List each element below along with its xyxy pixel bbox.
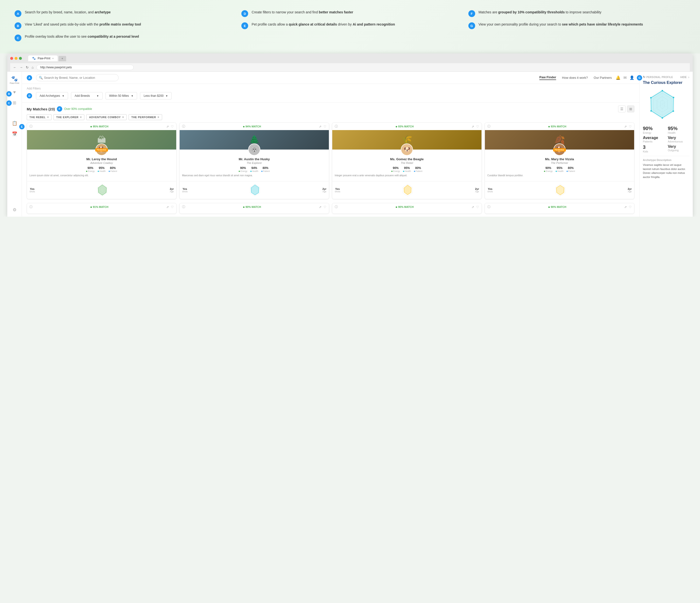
bottom-cards-grid: ⓘ 91% MATCH ⇗ ♡ ⓘ 90% MATCH ⇗ (22, 202, 639, 217)
share-icon-austin[interactable]: ⇗ (319, 125, 322, 128)
filter-distance[interactable]: Within 50 Miles ▼ (105, 92, 137, 99)
feature-item-g: G View your own personality profile duri… (468, 22, 685, 29)
heart-icon-b3[interactable]: ♡ (476, 205, 479, 209)
badge-e-features: E (241, 22, 248, 29)
stat-energy-val-mary: 90% (544, 166, 553, 170)
expand-icon[interactable]: › (688, 75, 689, 79)
hide-button[interactable]: HIDE (680, 76, 686, 78)
tag-explorer[interactable]: THE EXPLORER × (53, 114, 84, 120)
tag-adventure-cowboy-label: ADVENTURE COWBOY (89, 116, 121, 119)
card-image-mary: 🍂 🐕 PENDING (485, 130, 634, 149)
account-icon[interactable]: 👤 (629, 75, 634, 80)
info-icon-austin[interactable]: ⓘ (182, 124, 185, 129)
badge-d-filter: D (27, 93, 32, 98)
shots-val-mary: Yes (487, 188, 493, 190)
inactive-tab[interactable]: + (58, 56, 66, 61)
heart-icon-austin[interactable]: ♡ (324, 125, 326, 128)
notification-icon[interactable]: 🔔 (616, 75, 621, 80)
info-icon-gomez[interactable]: ⓘ (335, 124, 338, 129)
bottom-card-3-header: ⓘ 90% MATCH ⇗ ♡ (332, 203, 481, 211)
info-icon-bottom2[interactable]: ⓘ (182, 205, 185, 209)
filter-archetypes[interactable]: Add Archetypes ▼ (36, 92, 68, 99)
settings-icon[interactable]: ⚙ (12, 207, 18, 213)
card-leroy[interactable]: ⓘ 95% MATCH ⇗ ♡ 🏔 🐕 PENDING Mr. Leroy th (27, 123, 176, 199)
heart-icon-b4[interactable]: ♡ (629, 205, 632, 209)
match-mary: 93% MATCH (548, 125, 566, 128)
cards-grid: E ⓘ 95% MATCH ⇗ ♡ 🏔 🐕 PENDING (22, 123, 639, 202)
stat-health-gomez: 95% Health (403, 166, 411, 172)
nav-paw-finder[interactable]: Paw Finder (539, 75, 556, 80)
heart-icon-leroy[interactable]: ♡ (171, 125, 174, 128)
nav-partners[interactable]: Our Partners (594, 76, 612, 79)
share-icon-b4[interactable]: ⇗ (624, 205, 627, 209)
info-icon-bottom3[interactable]: ⓘ (335, 205, 338, 209)
heart-icon-gomez[interactable]: ♡ (476, 125, 479, 128)
bottom-card-3[interactable]: ⓘ 90% MATCH ⇗ ♡ (332, 203, 482, 214)
remove-rebel-icon[interactable]: × (47, 116, 49, 119)
share-icon-mary[interactable]: ⇗ (624, 125, 627, 128)
card-gomez-header: ⓘ 93% MATCH ⇗ ♡ (332, 123, 481, 130)
match-gomez: 93% MATCH (396, 125, 414, 128)
spider-chart-profile (643, 87, 682, 121)
minimize-button[interactable] (15, 57, 18, 60)
card-austin[interactable]: ⓘ 94% MATCH ⇗ ♡ 🌲 🐺 Mr. Austin the Husky (179, 123, 329, 199)
favorites-icon[interactable]: ♥ (12, 89, 18, 95)
filters-label: Add Filters (27, 87, 634, 90)
tab-close[interactable]: × (52, 57, 54, 60)
archetype-desc-section: Archetype Description Vivamus sagittis l… (643, 156, 689, 179)
share-icon-b1[interactable]: ⇗ (166, 205, 169, 209)
home-button[interactable]: ⌂ (32, 66, 33, 69)
heart-icon-b1[interactable]: ♡ (171, 205, 174, 209)
search-input[interactable] (36, 74, 119, 81)
stat-energy-lbl-austin: Energy (239, 170, 247, 172)
list-view-toggle[interactable]: ☰ (618, 105, 626, 112)
notes-icon[interactable]: 📋 (12, 120, 18, 126)
compare-icon[interactable]: ⊞ (12, 100, 18, 106)
remove-performer-icon[interactable]: × (157, 116, 159, 119)
heart-icon-mary[interactable]: ♡ (629, 125, 632, 128)
tag-adventure-cowboy[interactable]: ADVENTURE COWBOY × (86, 114, 127, 120)
remove-explorer-icon[interactable]: × (80, 116, 82, 119)
active-tab[interactable]: 🐾 Paw-Print × (28, 55, 58, 61)
forward-button[interactable]: → (20, 66, 23, 69)
pet-name-austin: Mr. Austin the Husky (182, 157, 326, 161)
pet-desc-leroy: Lorem ipsum dolor sit amet, consectetur … (29, 174, 174, 177)
stat-patient-lbl-austin: Patient (261, 170, 270, 172)
bottom-card-1[interactable]: ⓘ 91% MATCH ⇗ ♡ (27, 203, 176, 214)
pet-name-mary: Ms. Mary the Vizsla (487, 157, 632, 161)
share-icon-b2[interactable]: ⇗ (319, 205, 322, 209)
stat-patient-leroy: 80% Patient (109, 166, 117, 172)
bottom-card-2[interactable]: ⓘ 90% MATCH ⇗ ♡ (179, 203, 329, 214)
card-mary[interactable]: ⓘ 93% MATCH ⇗ ♡ 🍂 🐕 PENDING Ms. Mary the (485, 123, 634, 199)
maximize-button[interactable] (19, 57, 22, 60)
info-icon-bottom4[interactable]: ⓘ (487, 205, 491, 209)
url-input[interactable]: http://www.pawprint.pets (36, 65, 134, 70)
heart-icon-b2[interactable]: ♡ (324, 205, 326, 209)
filter-archetypes-label: Add Archetypes (40, 94, 60, 97)
bottom-card-4[interactable]: ⓘ 90% MATCH ⇗ ♡ (485, 203, 634, 214)
info-icon-bottom1[interactable]: ⓘ (29, 205, 32, 209)
profile-kids-lbl: Kids (643, 150, 665, 153)
filter-price[interactable]: Less than $200 ▼ (140, 92, 172, 99)
reload-button[interactable]: ↻ (26, 66, 29, 69)
card-gomez[interactable]: ⓘ 93% MATCH ⇗ ♡ 🌾 🐶 Ms. Gomez the Beagle (332, 123, 482, 199)
calendar-icon[interactable]: 📅 (12, 131, 18, 137)
share-icon-b3[interactable]: ⇗ (472, 205, 474, 209)
badge-c-features: C (15, 34, 21, 41)
info-icon-mary[interactable]: ⓘ (487, 124, 491, 129)
stat-patient-lbl-mary: Patient (567, 170, 575, 172)
share-icon-gomez[interactable]: ⇗ (472, 125, 474, 128)
stat-health-val-mary: 95% (556, 166, 564, 170)
share-icon-leroy[interactable]: ⇗ (166, 125, 169, 128)
mail-icon[interactable]: ✉ (623, 75, 627, 80)
nav-how-it-works[interactable]: How does it work? (562, 76, 588, 79)
tag-rebel[interactable]: THE REBEL × (27, 114, 52, 120)
info-icon-leroy[interactable]: ⓘ (29, 124, 32, 129)
back-button[interactable]: ← (13, 66, 17, 69)
filter-breeds[interactable]: Add Breeds ▼ (71, 92, 103, 99)
tag-performer[interactable]: THE PERFORMER × (129, 114, 162, 120)
tab-icon: 🐾 (32, 57, 36, 60)
close-button[interactable] (10, 57, 13, 60)
grid-view-toggle[interactable]: ⊞ (627, 105, 634, 112)
remove-adventure-cowboy-icon[interactable]: × (122, 116, 124, 119)
